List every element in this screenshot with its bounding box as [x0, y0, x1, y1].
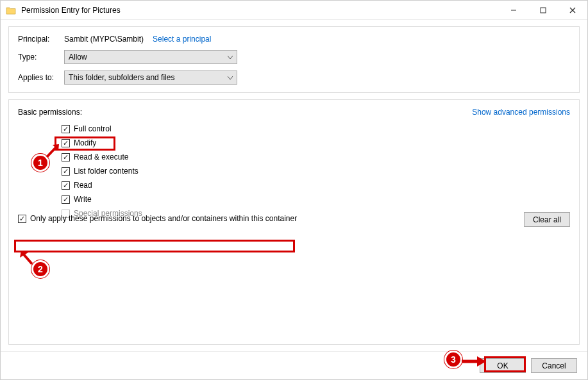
dialog-footer: OK Cancel [1, 351, 587, 379]
entry-details-panel: Principal: Sambit (MYPC\Sambit) Select a… [8, 26, 580, 93]
ok-button[interactable]: OK [480, 358, 526, 373]
checkbox-write[interactable] [62, 195, 70, 204]
type-select[interactable]: Allow [64, 50, 237, 64]
checkbox-read-execute[interactable] [62, 153, 70, 161]
window-title: Permission Entry for Pictures [21, 6, 499, 15]
principal-value: Sambit (MYPC\Sambit) [64, 35, 144, 44]
select-principal-link[interactable]: Select a principal [153, 35, 211, 44]
principal-label: Principal: [18, 35, 64, 44]
applies-select[interactable]: This folder, subfolders and files [64, 70, 237, 85]
maximize-button[interactable] [528, 1, 558, 19]
checkbox-list-folder[interactable] [62, 167, 70, 176]
label-read: Read [74, 181, 92, 190]
permission-entry-window: Permission Entry for Pictures Principal:… [0, 0, 588, 380]
type-select-value: Allow [69, 53, 87, 62]
clear-all-button[interactable]: Clear all [524, 212, 570, 227]
label-only-apply: Only apply these permissions to objects … [30, 214, 297, 223]
checkbox-only-apply[interactable] [18, 215, 26, 223]
basic-permissions-heading: Basic permissions: [18, 108, 82, 117]
applies-select-value: This folder, subfolders and files [69, 73, 174, 82]
label-list-folder: List folder contents [74, 167, 139, 176]
titlebar: Permission Entry for Pictures [1, 1, 587, 20]
checkbox-modify[interactable] [62, 139, 70, 147]
folder-icon [6, 6, 16, 15]
cancel-button[interactable]: Cancel [531, 358, 577, 373]
label-modify: Modify [74, 138, 96, 147]
label-read-execute: Read & execute [74, 153, 128, 161]
close-button[interactable] [558, 1, 587, 19]
label-full-control: Full control [74, 124, 112, 133]
type-label: Type: [18, 53, 64, 62]
checkbox-read[interactable] [62, 181, 70, 190]
chevron-down-icon [228, 73, 233, 82]
applies-label: Applies to: [18, 73, 64, 82]
svg-rect-1 [541, 8, 546, 13]
show-advanced-permissions-link[interactable]: Show advanced permissions [472, 108, 570, 117]
chevron-down-icon [228, 53, 233, 62]
minimize-button[interactable] [499, 1, 528, 19]
checkbox-full-control[interactable] [62, 125, 70, 133]
label-write: Write [74, 195, 92, 204]
permissions-panel: Basic permissions: Show advanced permiss… [8, 99, 580, 345]
